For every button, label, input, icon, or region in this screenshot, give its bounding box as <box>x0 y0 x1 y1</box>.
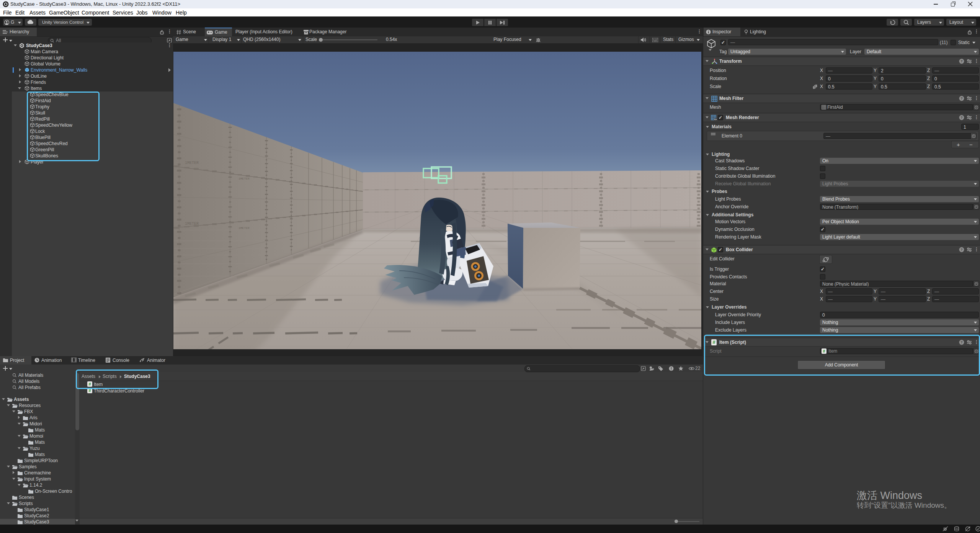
svg-text:1METER: 1METER <box>238 177 250 180</box>
svg-text:?: ? <box>960 96 963 100</box>
svg-text:?: ? <box>960 115 963 119</box>
svg-text:?: ? <box>960 247 963 252</box>
svg-text:1METER: 1METER <box>185 161 199 165</box>
svg-text:?: ? <box>960 59 963 63</box>
svg-text:1METER: 1METER <box>238 226 250 230</box>
svg-text:1METER: 1METER <box>185 222 199 226</box>
